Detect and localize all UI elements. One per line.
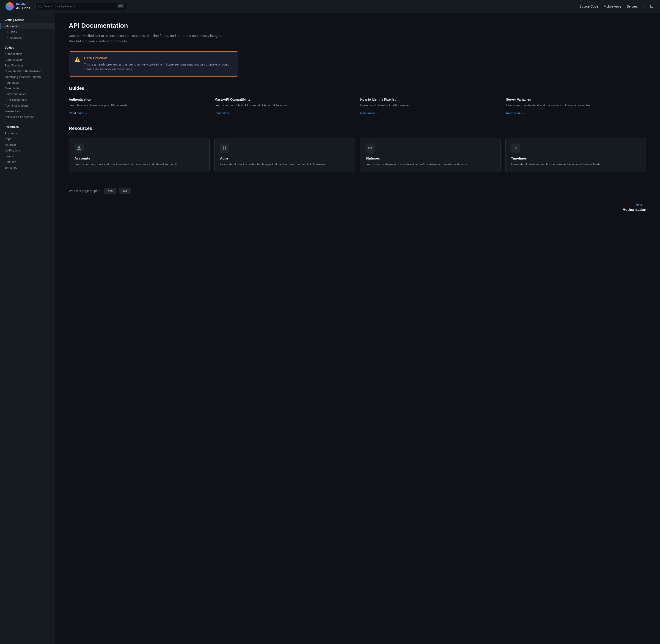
resource-card-accounts[interactable]: Accounts Learn about accounts and how to…	[69, 138, 210, 172]
read-more-authentication[interactable]: Read more →	[69, 111, 209, 115]
guides-section: Guides Authentication Learn how to authe…	[69, 86, 646, 115]
guide-title-authentication: Authentication	[69, 98, 209, 101]
page-title: API Documentation	[69, 22, 646, 29]
sidebar-item-statuses[interactable]: Statuses	[0, 159, 55, 165]
statuses-icon	[366, 143, 375, 153]
search-shortcut: ⌘K	[117, 4, 124, 8]
warning-icon: ⚠️	[74, 56, 80, 62]
resource-title-timelines: Timelines	[511, 156, 640, 160]
accounts-icon	[74, 143, 84, 153]
guide-card-server-vars: Server Variables Learn how to understand…	[506, 98, 646, 115]
main-content: API Documentation Use the Pixelfed API t…	[55, 13, 660, 644]
sidebar: Getting Started Introduction Guides Reso…	[0, 13, 55, 644]
logo-link[interactable]: Pixelfed API Docs	[5, 2, 30, 10]
sidebar-item-error-responses[interactable]: Error Responses	[0, 97, 55, 103]
guide-card-identify: How to Identify Pixelfed Learn how to id…	[360, 98, 501, 115]
logo-subtitle: API Docs	[16, 6, 30, 10]
moon-icon	[650, 5, 654, 8]
sidebar-item-instance[interactable]: Instance	[0, 142, 55, 147]
logo-icon	[5, 2, 14, 10]
resource-title-accounts: Accounts	[74, 156, 204, 160]
helpful-yes-button[interactable]: Yes	[104, 188, 116, 194]
logo-name: Pixelfed	[16, 2, 30, 6]
sidebar-section-getting-started: Getting Started Introduction Guides Reso…	[0, 17, 55, 41]
sidebar-item-server-variables[interactable]: Server Variables	[0, 91, 55, 97]
sidebar-item-pagination[interactable]: Pagination	[0, 80, 55, 86]
guide-title-mastoapi: MastoAPI Compatibility	[214, 98, 355, 101]
sidebar-item-apps[interactable]: Apps	[0, 136, 55, 142]
read-more-server-vars[interactable]: Read more →	[506, 111, 646, 115]
sidebar-section-title-resources: Resources	[0, 124, 55, 130]
next-navigation: Next → Authorization	[69, 203, 646, 212]
guides-grid: Authentication Learn how to authenticate…	[69, 98, 646, 115]
helpful-text: Was this page helpful?	[69, 189, 101, 193]
sidebar-item-resources[interactable]: Resources	[0, 35, 55, 41]
mobile-apps-link[interactable]: Mobile Apps	[604, 5, 621, 8]
sidebar-item-accounts[interactable]: Accounts	[0, 131, 55, 136]
sidebar-section-title-guides: Guides	[0, 45, 55, 50]
search-input[interactable]	[44, 5, 115, 8]
sidebar-item-search[interactable]: Search	[0, 153, 55, 159]
resource-desc-accounts: Learn about accounts and how to interact…	[74, 162, 204, 167]
sidebar-item-push-notifications[interactable]: Push Notifications	[0, 103, 55, 108]
resources-section: Resources Accounts Learn about accounts …	[69, 126, 646, 172]
apps-icon	[220, 143, 229, 153]
page-description: Use the Pixelfed API to access accounts,…	[69, 33, 229, 44]
sidebar-section-guides: Guides Authorization Authentication Best…	[0, 45, 55, 120]
guide-title-server-vars: Server Variables	[506, 98, 646, 101]
guide-card-mastoapi: MastoAPI Compatibility Learn about our M…	[214, 98, 355, 115]
guide-desc-identify: Learn how to identify Pixelfed servers.	[360, 103, 501, 108]
read-more-identify[interactable]: Read more →	[360, 111, 501, 115]
resources-section-title: Resources	[69, 126, 646, 134]
guide-desc-authentication: Learn how to authenticate your API reque…	[69, 103, 209, 108]
sidebar-section-resources: Resources Accounts Apps Instance Notific…	[0, 124, 55, 170]
sidebar-item-best-practices[interactable]: Best Practices	[0, 63, 55, 68]
sidebar-item-compatibility[interactable]: Compatibility with MastoAPI	[0, 68, 55, 74]
next-title: Authorization	[623, 208, 646, 212]
beta-title: Beta Preview	[84, 56, 233, 60]
resource-title-statuses: Statuses	[366, 156, 495, 160]
beta-banner: ⚠️ Beta Preview This is an early preview…	[69, 51, 238, 76]
sidebar-item-identifying[interactable]: Identifying Pixelfed Servers	[0, 74, 55, 80]
guides-section-title: Guides	[69, 86, 646, 94]
sidebar-item-timelines[interactable]: Timelines	[0, 165, 55, 170]
sidebar-item-websockets[interactable]: Websockets	[0, 108, 55, 114]
source-code-link[interactable]: Source Code	[579, 5, 598, 8]
resource-card-apps[interactable]: Apps Learn about how to create OAuth app…	[214, 138, 355, 172]
read-more-mastoapi[interactable]: Read more →	[214, 111, 355, 115]
resource-card-timelines[interactable]: Timelines Learn about timelines and how …	[505, 138, 646, 172]
resource-desc-statuses: Learn about statuses and how to interact…	[366, 162, 495, 167]
helpful-no-button[interactable]: No	[119, 188, 131, 194]
resource-desc-timelines: Learn about timelines and how to retriev…	[511, 162, 640, 167]
servers-link[interactable]: Servers	[627, 5, 638, 8]
guide-desc-server-vars: Learn how to understand and use server c…	[506, 103, 646, 108]
resource-desc-apps: Learn about how to create OAuth apps tha…	[220, 162, 349, 167]
sidebar-item-authentication[interactable]: Authentication	[0, 57, 55, 63]
guide-card-authentication: Authentication Learn how to authenticate…	[69, 98, 209, 115]
guide-desc-mastoapi: Learn about our MastoAPI compatibility a…	[214, 103, 355, 108]
search-box[interactable]: ⌘K	[36, 3, 127, 10]
layout: Getting Started Introduction Guides Reso…	[0, 13, 660, 644]
sidebar-item-authorization[interactable]: Authorization	[0, 51, 55, 57]
resource-card-statuses[interactable]: Statuses Learn about statuses and how to…	[360, 138, 501, 172]
sidebar-item-activitypub[interactable]: ActivityPub Federation	[0, 114, 55, 120]
beta-text: This is an early preview, and is being a…	[84, 62, 233, 72]
sidebar-item-guides[interactable]: Guides	[0, 29, 55, 35]
sidebar-section-title-getting-started: Getting Started	[0, 17, 55, 22]
header: Pixelfed API Docs ⌘K Source Code Mobile …	[0, 0, 660, 13]
helpful-section: Was this page helpful? Yes No	[69, 183, 646, 194]
theme-toggle-button[interactable]	[649, 4, 655, 9]
timelines-icon	[511, 143, 520, 153]
resources-grid: Accounts Learn about accounts and how to…	[69, 138, 646, 172]
sidebar-item-introduction[interactable]: Introduction	[0, 23, 55, 29]
resource-title-apps: Apps	[220, 156, 349, 160]
guide-title-identify: How to Identify Pixelfed	[360, 98, 501, 101]
header-nav: Source Code Mobile Apps Servers	[579, 4, 655, 9]
search-icon	[39, 5, 42, 8]
sidebar-item-notifications[interactable]: Notifications	[0, 147, 55, 153]
next-link[interactable]: Next →	[636, 203, 646, 207]
sidebar-item-rate-limits[interactable]: Rate Limits	[0, 86, 55, 91]
